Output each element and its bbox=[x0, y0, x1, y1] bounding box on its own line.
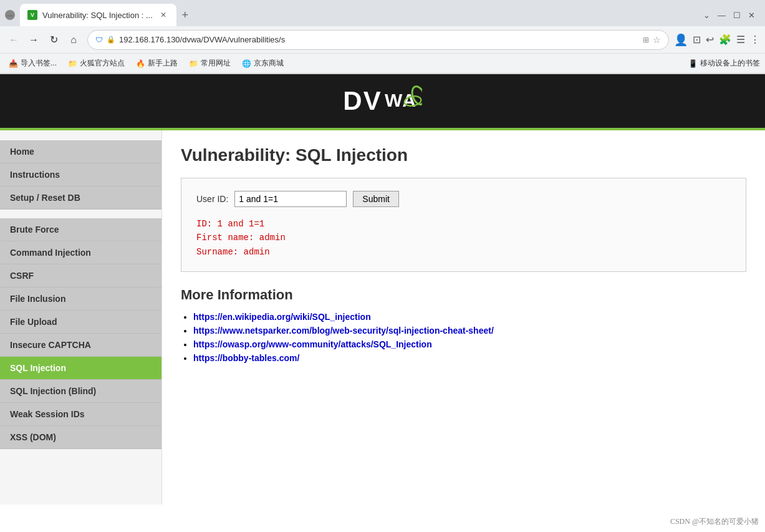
reader-mode-icon[interactable]: ⊞ bbox=[643, 36, 649, 44]
dvwa-logo-v: V bbox=[363, 86, 382, 116]
tab-bar-right: ⌄ — ☐ ✕ bbox=[703, 11, 760, 20]
user-id-input[interactable] bbox=[234, 191, 347, 207]
dvwa-logo: D V WA bbox=[343, 85, 421, 117]
bookmark-firefox[interactable]: 📁 火狐官方站点 bbox=[64, 57, 128, 70]
forward-button[interactable]: → bbox=[25, 31, 42, 49]
menu-icon[interactable]: ☰ bbox=[736, 34, 745, 46]
minimize-button[interactable]: — bbox=[5, 10, 15, 20]
sidebar-item-instructions[interactable]: Instructions bbox=[0, 163, 161, 186]
bookmark-jd[interactable]: 🌐 京东商城 bbox=[238, 57, 287, 70]
shield-icon: 🔒 bbox=[107, 36, 115, 44]
toolbar: ← → ↻ ⌂ 🛡 🔒 192.168.176.130/dvwa/DVWA/vu… bbox=[0, 26, 765, 54]
bookmark-firefox-label: 火狐官方站点 bbox=[80, 58, 125, 69]
tab-dropdown-icon[interactable]: ⌄ bbox=[703, 11, 710, 20]
sidebar-item-file-inclusion[interactable]: File Inclusion bbox=[0, 288, 161, 311]
info-links: https://en.wikipedia.org/wiki/SQL_inject… bbox=[181, 312, 746, 363]
tab-bar: — V Vulnerability: SQL Injection : ... ✕… bbox=[0, 0, 765, 26]
user-id-form: User ID: Submit bbox=[196, 191, 731, 207]
result-line-2: First name: admin bbox=[196, 231, 731, 244]
window-controls: — bbox=[5, 10, 15, 20]
window-minimize-icon[interactable]: — bbox=[718, 11, 726, 20]
account-icon[interactable]: 👤 bbox=[674, 33, 688, 47]
tab-close-button[interactable]: ✕ bbox=[158, 9, 169, 21]
dvwa-page: D V WA Home Instructions Setup / Reset D… bbox=[0, 74, 765, 505]
link-netsparker[interactable]: https://www.netsparker.com/blog/web-secu… bbox=[193, 326, 494, 336]
sidebar-item-command-injection[interactable]: Command Injection bbox=[0, 241, 161, 264]
mobile-icon: 📱 bbox=[688, 59, 698, 68]
list-item: https://bobby-tables.com/ bbox=[193, 353, 746, 363]
globe-icon: 🌐 bbox=[242, 59, 251, 68]
bookmark-newuser-label: 新手上路 bbox=[148, 58, 178, 69]
list-item: https://en.wikipedia.org/wiki/SQL_inject… bbox=[193, 312, 746, 322]
address-bar[interactable]: 🛡 🔒 192.168.176.130/dvwa/DVWA/vulnerabil… bbox=[87, 30, 669, 50]
dvwa-logo-text: D bbox=[343, 86, 363, 116]
extensions-icon[interactable]: 🧩 bbox=[719, 34, 731, 46]
toolbar-right: 👤 ⊡ ↩ 🧩 ☰ ⋮ bbox=[674, 33, 760, 47]
sidebar-item-file-upload[interactable]: File Upload bbox=[0, 311, 161, 334]
bookmark-newuser[interactable]: 🔥 新手上路 bbox=[132, 57, 181, 70]
undo-icon[interactable]: ↩ bbox=[706, 34, 714, 46]
bookmark-common[interactable]: 📁 常用网址 bbox=[185, 57, 234, 70]
folder-icon-1: 📁 bbox=[68, 59, 77, 68]
sidebar-item-sql-injection-blind[interactable]: SQL Injection (Blind) bbox=[0, 380, 161, 403]
crop-icon[interactable]: ⊡ bbox=[693, 34, 701, 46]
active-tab[interactable]: V Vulnerability: SQL Injection : ... ✕ bbox=[20, 4, 176, 26]
result-output: ID: 1 and 1=1 First name: admin Surname:… bbox=[196, 217, 731, 259]
link-bobby-tables[interactable]: https://bobby-tables.com/ bbox=[193, 353, 299, 363]
sidebar-item-insecure-captcha[interactable]: Insecure CAPTCHA bbox=[0, 334, 161, 357]
folder-icon-2: 📁 bbox=[189, 59, 198, 68]
dvwa-swoosh-icon: WA bbox=[385, 85, 422, 117]
new-tab-button[interactable]: + bbox=[176, 6, 194, 24]
vulnerability-box: User ID: Submit ID: 1 and 1=1 First name… bbox=[181, 178, 746, 272]
dvwa-main: Home Instructions Setup / Reset DB Brute… bbox=[0, 130, 765, 505]
sidebar-item-setup[interactable]: Setup / Reset DB bbox=[0, 186, 161, 210]
more-info-title: More Information bbox=[181, 287, 746, 303]
bookmarks-bar: 📥 导入书签... 📁 火狐官方站点 🔥 新手上路 📁 常用网址 🌐 京东商城 … bbox=[0, 54, 765, 74]
sidebar-item-brute-force[interactable]: Brute Force bbox=[0, 218, 161, 241]
link-wikipedia[interactable]: https://en.wikipedia.org/wiki/SQL_inject… bbox=[193, 312, 371, 322]
home-button[interactable]: ⌂ bbox=[65, 31, 82, 49]
sidebar-item-weak-session-ids[interactable]: Weak Session IDs bbox=[0, 403, 161, 426]
tab-favicon: V bbox=[27, 10, 37, 20]
bookmark-common-label: 常用网址 bbox=[201, 58, 231, 69]
bookmark-mobile-label: 移动设备上的书签 bbox=[700, 58, 760, 69]
sidebar-item-sql-injection[interactable]: SQL Injection bbox=[0, 357, 161, 380]
dvwa-content: Vulnerability: SQL Injection User ID: Su… bbox=[162, 130, 765, 505]
sidebar-spacer-1 bbox=[0, 210, 161, 218]
result-line-3: Surname: admin bbox=[196, 245, 731, 259]
list-item: https://owasp.org/www-community/attacks/… bbox=[193, 339, 746, 349]
bookmark-mobile[interactable]: 📱 移动设备上的书签 bbox=[688, 58, 760, 69]
browser-chrome: — V Vulnerability: SQL Injection : ... ✕… bbox=[0, 0, 765, 74]
submit-button[interactable]: Submit bbox=[353, 191, 399, 207]
address-text: 192.168.176.130/dvwa/DVWA/vulnerabilitie… bbox=[119, 35, 639, 44]
sidebar-item-xss-dom[interactable]: XSS (DOM) bbox=[0, 426, 161, 449]
bookmark-import[interactable]: 📥 导入书签... bbox=[5, 57, 60, 70]
user-id-label: User ID: bbox=[196, 194, 228, 204]
list-item: https://www.netsparker.com/blog/web-secu… bbox=[193, 326, 746, 336]
reload-button[interactable]: ↻ bbox=[45, 31, 62, 49]
bookmark-import-label: 导入书签... bbox=[21, 58, 57, 69]
import-icon: 📥 bbox=[9, 59, 18, 68]
page-title: Vulnerability: SQL Injection bbox=[181, 145, 746, 165]
security-icon: 🛡 bbox=[95, 36, 103, 44]
result-line-1: ID: 1 and 1=1 bbox=[196, 217, 731, 231]
sidebar-item-home[interactable]: Home bbox=[0, 140, 161, 163]
tab-title: Vulnerability: SQL Injection : ... bbox=[42, 11, 153, 20]
back-button[interactable]: ← bbox=[5, 31, 22, 49]
bookmark-jd-label: 京东商城 bbox=[254, 58, 284, 69]
dvwa-sidebar: Home Instructions Setup / Reset DB Brute… bbox=[0, 130, 162, 505]
sidebar-item-csrf[interactable]: CSRF bbox=[0, 264, 161, 288]
link-owasp[interactable]: https://owasp.org/www-community/attacks/… bbox=[193, 339, 432, 349]
dvwa-header: D V WA bbox=[0, 74, 765, 130]
fire-icon: 🔥 bbox=[136, 59, 145, 68]
window-restore-icon[interactable]: ☐ bbox=[733, 11, 741, 20]
window-close-icon[interactable]: ✕ bbox=[748, 11, 755, 20]
bookmark-star-icon[interactable]: ☆ bbox=[653, 35, 661, 45]
overflow-icon[interactable]: ⋮ bbox=[750, 34, 760, 46]
